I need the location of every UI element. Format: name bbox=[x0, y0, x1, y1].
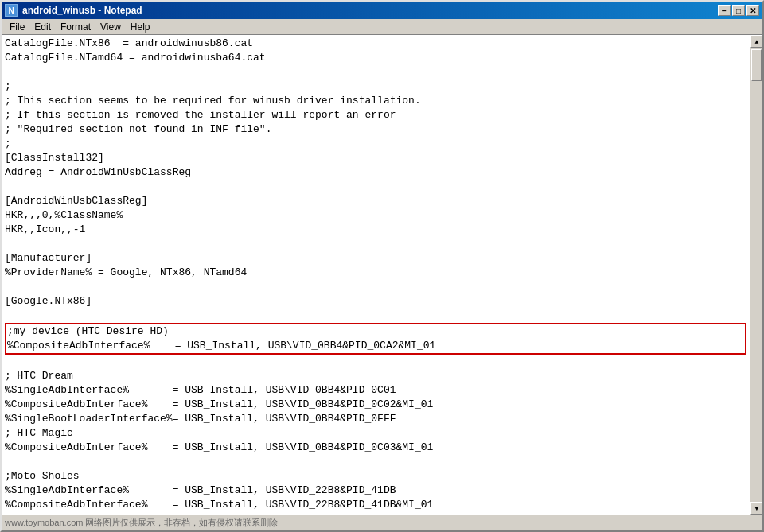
line-16: [Manufacturer] bbox=[5, 251, 746, 266]
watermark-text: www.toymoban.com 网络图片仅供展示，非存档，如有侵权请联系删除 bbox=[5, 517, 278, 529]
main-window: N android_winusb - Notepad − □ ✕ File Ed… bbox=[0, 0, 764, 532]
line-18 bbox=[5, 280, 746, 294]
status-bar: www.toymoban.com 网络图片仅供展示，非存档，如有侵权请联系删除 bbox=[2, 515, 762, 530]
scrollbar-down-button[interactable]: ▼ bbox=[750, 502, 762, 515]
menu-bar: File Edit Format View Help bbox=[2, 19, 762, 35]
line-11 bbox=[5, 180, 746, 194]
scrollbar-thumb[interactable] bbox=[751, 49, 762, 81]
menu-file[interactable]: File bbox=[5, 20, 29, 34]
title-bar-text: N android_winusb - Notepad bbox=[5, 4, 142, 17]
line-23 bbox=[5, 355, 746, 369]
line-30 bbox=[5, 455, 746, 469]
line-20 bbox=[5, 309, 746, 323]
line-28: ; HTC Magic bbox=[5, 426, 746, 441]
line-26: %CompositeAdbInterface% = USB_Install, U… bbox=[5, 398, 746, 412]
maximize-button[interactable]: □ bbox=[732, 5, 745, 16]
line-21: ;my device (HTC Desire HD) bbox=[7, 324, 744, 339]
line-7: ; "Required section not found in INF fil… bbox=[5, 122, 746, 137]
line-1: CatalogFile.NTx86 = androidwinusb86.cat bbox=[5, 37, 746, 51]
line-32: %SingleAdbInterface% = USB_Install, USB\… bbox=[5, 483, 746, 498]
line-12: [AndroidWinUsbClassReg] bbox=[5, 194, 746, 208]
line-17: %ProviderName% = Google, NTx86, NTamd64 bbox=[5, 266, 746, 280]
line-15 bbox=[5, 237, 746, 251]
app-icon: N bbox=[5, 4, 18, 17]
close-button[interactable]: ✕ bbox=[746, 5, 759, 16]
menu-format[interactable]: Format bbox=[56, 20, 96, 34]
line-14: HKR,,Icon,,-1 bbox=[5, 223, 746, 237]
menu-help[interactable]: Help bbox=[126, 20, 155, 34]
line-29: %CompositeAdbInterface% = USB_Install, U… bbox=[5, 441, 746, 455]
line-33: %CompositeAdbInterface% = USB_Install, U… bbox=[5, 498, 746, 512]
minimize-button[interactable]: − bbox=[718, 5, 731, 16]
line-19: [Google.NTx86] bbox=[5, 294, 746, 309]
line-31: ;Moto Sholes bbox=[5, 469, 746, 483]
line-6: ; If this section is removed the install… bbox=[5, 108, 746, 122]
line-4: ; bbox=[5, 80, 746, 94]
content-area: CatalogFile.NTx86 = androidwinusb86.catC… bbox=[2, 35, 762, 515]
line-8: ; bbox=[5, 137, 746, 151]
line-3 bbox=[5, 65, 746, 80]
line-10: Addreg = AndroidWinUsbClassReg bbox=[5, 165, 746, 180]
line-9: [ClassInstall32] bbox=[5, 151, 746, 165]
text-area[interactable]: CatalogFile.NTx86 = androidwinusb86.catC… bbox=[2, 35, 750, 515]
line-25: %SingleAdbInterface% = USB_Install, USB\… bbox=[5, 383, 746, 398]
window-title: android_winusb - Notepad bbox=[22, 5, 142, 16]
scrollbar-track[interactable] bbox=[750, 48, 762, 502]
text-content: CatalogFile.NTx86 = androidwinusb86.catC… bbox=[5, 37, 746, 515]
highlighted-block: ;my device (HTC Desire HD)%CompositeAdbI… bbox=[5, 323, 746, 355]
line-2: CatalogFile.NTamd64 = androidwinusba64.c… bbox=[5, 51, 746, 65]
line-24: ; HTC Dream bbox=[5, 369, 746, 383]
menu-view[interactable]: View bbox=[96, 20, 126, 34]
vertical-scrollbar[interactable]: ▲ ▼ bbox=[750, 35, 762, 515]
line-27: %SingleBootLoaderInterface%= USB_Install… bbox=[5, 412, 746, 426]
line-34 bbox=[5, 512, 746, 515]
line-22: %CompositeAdbInterface% = USB_Install, U… bbox=[7, 339, 744, 353]
title-controls: − □ ✕ bbox=[718, 5, 759, 16]
scrollbar-up-button[interactable]: ▲ bbox=[750, 35, 762, 48]
line-13: HKR,,,0,%ClassName% bbox=[5, 208, 746, 223]
menu-edit[interactable]: Edit bbox=[29, 20, 56, 34]
title-bar: N android_winusb - Notepad − □ ✕ bbox=[2, 2, 762, 19]
line-5: ; This section seems to be required for … bbox=[5, 94, 746, 108]
